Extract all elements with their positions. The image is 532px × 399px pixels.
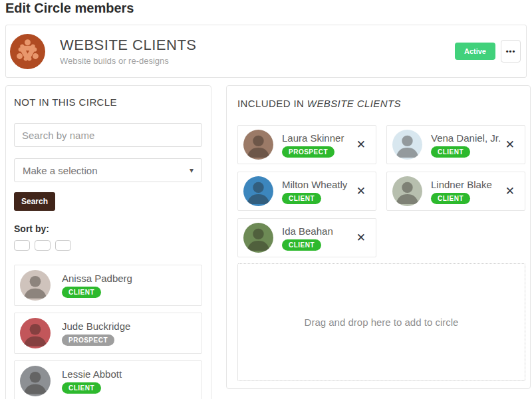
included-member-card: Vena Daniel, Jr. CLIENT ✕	[386, 125, 525, 164]
circle-title-block: WEBSITE CLIENTS Website builds or re-des…	[60, 37, 197, 66]
included-member-card: Lindner Blake CLIENT ✕	[386, 172, 525, 211]
avatar	[243, 176, 273, 206]
circle-description: Website builds or re-designs	[60, 56, 197, 66]
member-info: Vena Daniel, Jr. CLIENT	[431, 132, 501, 158]
status-active-button[interactable]: Active	[455, 43, 495, 60]
member-name: Laura Skinner	[282, 132, 344, 144]
member-name: Vena Daniel, Jr.	[431, 132, 501, 144]
status-badge: CLIENT	[62, 287, 101, 298]
sort-option-button[interactable]	[55, 240, 71, 251]
member-info: Anissa Padberg CLIENT	[62, 273, 132, 298]
member-info: Lessie Abbott CLIENT	[62, 368, 122, 394]
avatar	[392, 176, 422, 206]
circle-members-icon	[10, 34, 45, 69]
header-actions: Active •••	[455, 40, 521, 63]
avatar	[20, 270, 51, 301]
avatar	[243, 223, 273, 253]
included-member-card: Ida Beahan CLIENT ✕	[237, 218, 376, 257]
search-by-name-input[interactable]	[14, 123, 202, 147]
remove-member-button[interactable]: ✕	[504, 138, 516, 152]
member-info: Milton Wheatly CLIENT	[282, 179, 347, 204]
included-member-card: Milton Wheatly CLIENT ✕	[237, 172, 376, 211]
more-options-button[interactable]: •••	[501, 40, 521, 63]
status-badge: PROSPECT	[282, 146, 334, 158]
included-members-grid: Laura Skinner PROSPECT ✕ Vena Daniel, Jr…	[237, 125, 524, 257]
member-name: Anissa Padberg	[62, 273, 132, 284]
member-name: Milton Wheatly	[282, 179, 347, 190]
right-panel-title: INCLUDED IN WEBSITE CLIENTS	[237, 98, 524, 109]
member-name: Lindner Blake	[431, 179, 492, 190]
filter-select[interactable]: Make a selection ▾	[14, 158, 202, 182]
included-in-circle-panel: INCLUDED IN WEBSITE CLIENTS Laura Skinne…	[226, 85, 531, 389]
right-panel-title-circle-name: WEBSITE CLIENTS	[307, 98, 401, 109]
status-badge: CLIENT	[431, 193, 470, 204]
not-in-circle-list: Anissa Padberg CLIENT Jude Buckridge PRO…	[14, 265, 202, 399]
avatar	[243, 130, 273, 160]
remove-member-button[interactable]: ✕	[504, 184, 516, 198]
member-name: Lessie Abbott	[62, 368, 122, 380]
member-info: Ida Beahan CLIENT	[282, 225, 333, 251]
status-badge: CLIENT	[282, 193, 321, 204]
sort-options-row	[14, 240, 202, 251]
filter-select-value: Make a selection	[23, 165, 98, 176]
sort-option-button[interactable]	[14, 240, 30, 251]
right-panel-title-prefix: INCLUDED IN	[237, 98, 304, 109]
avatar	[20, 366, 51, 396]
circle-name: WEBSITE CLIENTS	[60, 37, 197, 54]
member-name: Ida Beahan	[282, 225, 333, 237]
chevron-down-icon: ▾	[190, 166, 194, 175]
left-panel-title: NOT IN THIS CIRCLE	[14, 96, 202, 108]
remove-member-button[interactable]: ✕	[355, 184, 367, 198]
not-in-circle-panel: NOT IN THIS CIRCLE Make a selection ▾ Se…	[5, 85, 211, 399]
included-member-card: Laura Skinner PROSPECT ✕	[237, 125, 376, 164]
status-badge: CLIENT	[431, 146, 470, 158]
status-badge: CLIENT	[62, 382, 101, 394]
circle-header-card: WEBSITE CLIENTS Website builds or re-des…	[5, 25, 527, 78]
status-badge: PROSPECT	[62, 334, 114, 346]
sort-by-label: Sort by:	[14, 223, 202, 234]
search-button[interactable]: Search	[14, 192, 55, 211]
avatar	[20, 318, 51, 348]
member-name: Jude Buckridge	[62, 321, 130, 332]
member-card[interactable]: Lessie Abbott CLIENT	[14, 360, 202, 399]
remove-member-button[interactable]: ✕	[355, 138, 367, 152]
page-title: Edit Circle members	[5, 1, 134, 16]
member-card[interactable]: Jude Buckridge PROSPECT	[14, 313, 202, 354]
drag-drop-hint: Drag and drop here to add to circle	[305, 317, 459, 328]
avatar	[392, 130, 422, 160]
sort-option-button[interactable]	[35, 240, 51, 251]
member-info: Laura Skinner PROSPECT	[282, 132, 344, 158]
status-badge: CLIENT	[282, 239, 321, 251]
ellipsis-icon: •••	[506, 47, 516, 55]
member-info: Jude Buckridge PROSPECT	[62, 321, 130, 346]
member-info: Lindner Blake CLIENT	[431, 179, 492, 204]
remove-member-button[interactable]: ✕	[355, 231, 367, 245]
member-card[interactable]: Anissa Padberg CLIENT	[14, 265, 202, 306]
drag-drop-zone[interactable]: Drag and drop here to add to circle	[237, 263, 525, 381]
